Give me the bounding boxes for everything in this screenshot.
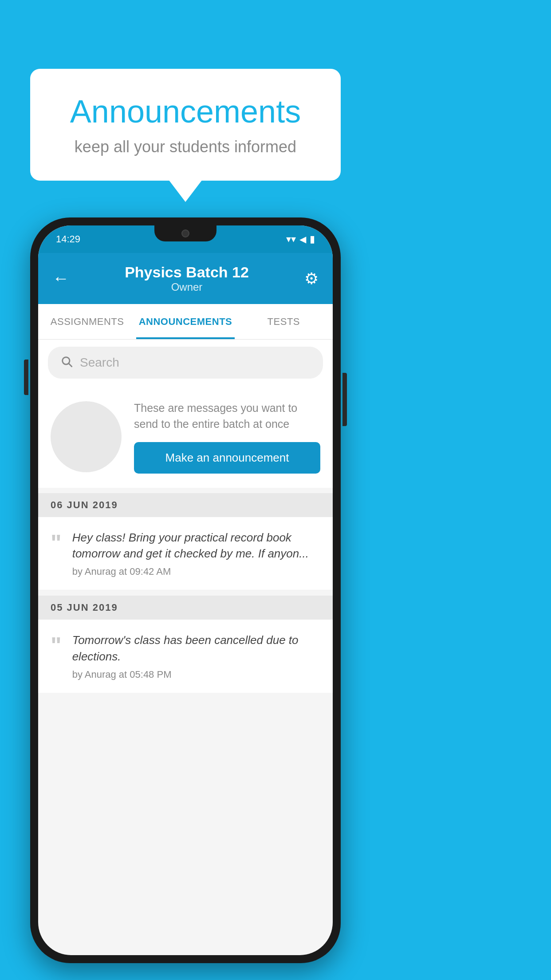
tab-tests[interactable]: TESTS (235, 304, 333, 339)
search-icon (60, 355, 73, 371)
camera-notch (181, 229, 189, 237)
promo-section: These are messages you want to send to t… (38, 386, 333, 488)
bubble-title: Announcements (57, 93, 314, 130)
app-header: ← Physics Batch 12 Owner ⚙ (38, 253, 333, 304)
phone-screen: 14:29 ▾▾ ◀ ▮ ← Physics Batch 12 Owner ⚙ (38, 225, 333, 955)
megaphone-circle (51, 401, 122, 472)
message-content-1: Hey class! Bring your practical record b… (72, 530, 320, 578)
message-text-1: Hey class! Bring your practical record b… (72, 530, 320, 562)
phone-mockup: 14:29 ▾▾ ◀ ▮ ← Physics Batch 12 Owner ⚙ (30, 217, 341, 963)
battery-icon: ▮ (310, 233, 315, 245)
message-meta-1: by Anurag at 09:42 AM (72, 566, 320, 577)
promo-description: These are messages you want to send to t… (134, 400, 320, 432)
phone-outer: 14:29 ▾▾ ◀ ▮ ← Physics Batch 12 Owner ⚙ (30, 217, 341, 963)
date-separator-1: 06 JUN 2019 (38, 493, 333, 517)
settings-icon[interactable]: ⚙ (304, 269, 319, 288)
search-placeholder: Search (80, 356, 119, 370)
tab-assignments[interactable]: ASSIGNMENTS (38, 304, 136, 339)
date-separator-2: 05 JUN 2019 (38, 596, 333, 620)
message-text-2: Tomorrow's class has been cancelled due … (72, 632, 320, 664)
make-announcement-button[interactable]: Make an announcement (134, 442, 320, 474)
message-content-2: Tomorrow's class has been cancelled due … (72, 632, 320, 680)
speech-bubble: Announcements keep all your students inf… (30, 69, 341, 181)
status-bar: 14:29 ▾▾ ◀ ▮ (38, 225, 333, 253)
status-time: 14:29 (56, 233, 80, 245)
tab-bar: ASSIGNMENTS ANNOUNCEMENTS TESTS (38, 304, 333, 340)
bubble-subtitle: keep all your students informed (57, 138, 314, 156)
search-bar[interactable]: Search (48, 347, 323, 379)
search-container: Search (38, 340, 333, 386)
message-meta-2: by Anurag at 05:48 PM (72, 669, 320, 680)
announcement-item-2[interactable]: " Tomorrow's class has been cancelled du… (38, 620, 333, 693)
wifi-icon: ▾▾ (286, 233, 296, 245)
back-button[interactable]: ← (52, 269, 69, 288)
announcement-item-1[interactable]: " Hey class! Bring your practical record… (38, 517, 333, 591)
tab-announcements[interactable]: ANNOUNCEMENTS (136, 304, 234, 339)
speech-bubble-container: Announcements keep all your students inf… (30, 69, 341, 181)
notch (154, 225, 216, 241)
batch-title: Physics Batch 12 (125, 264, 249, 281)
date-2: 05 JUN 2019 (51, 602, 118, 613)
svg-line-1 (69, 364, 71, 366)
status-icons: ▾▾ ◀ ▮ (286, 233, 315, 245)
header-title-section: Physics Batch 12 Owner (125, 264, 249, 293)
quote-icon-2: " (51, 634, 62, 657)
promo-text: These are messages you want to send to t… (134, 400, 320, 474)
batch-subtitle: Owner (125, 281, 249, 293)
quote-icon-1: " (51, 531, 62, 554)
signal-icon: ◀ (299, 234, 306, 245)
date-1: 06 JUN 2019 (51, 499, 118, 511)
